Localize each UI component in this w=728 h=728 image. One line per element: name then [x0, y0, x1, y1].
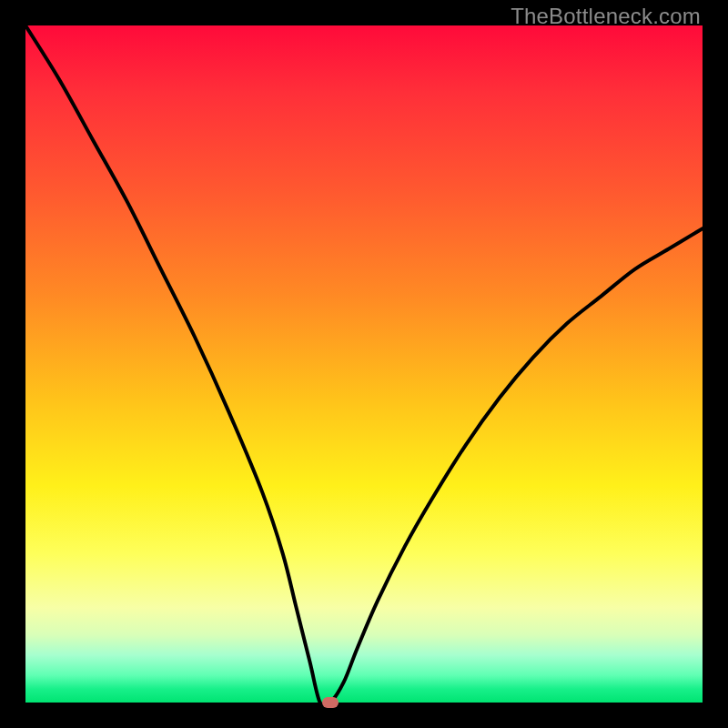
plot-area: [25, 25, 703, 703]
watermark-text: TheBottleneck.com: [511, 4, 701, 29]
chart-frame: TheBottleneck.com: [0, 0, 728, 728]
minimum-marker: [322, 697, 339, 708]
bottleneck-curve: [25, 25, 703, 703]
